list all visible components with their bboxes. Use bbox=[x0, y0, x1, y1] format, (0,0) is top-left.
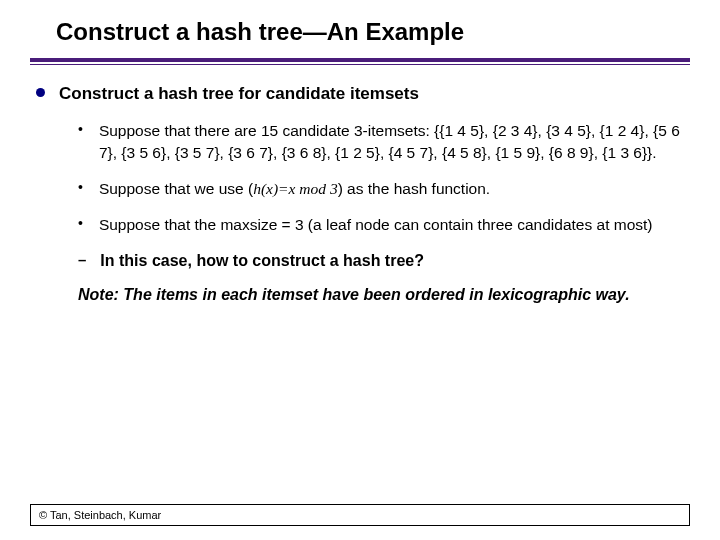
bullet-text-3: Suppose that the maxsize = 3 (a leaf nod… bbox=[99, 214, 653, 236]
bullet-dot-small-icon: • bbox=[78, 121, 83, 137]
heading-text: Construct a hash tree for candidate item… bbox=[59, 83, 419, 106]
bullet-text-1: Suppose that there are 15 candidate 3-it… bbox=[99, 120, 680, 164]
b2-post: ) as the hash function. bbox=[338, 180, 491, 197]
dash-icon: – bbox=[78, 251, 86, 268]
bullet-dot-small-icon: • bbox=[78, 215, 83, 231]
bullet-item-3: • Suppose that the maxsize = 3 (a leaf n… bbox=[78, 214, 680, 236]
question-text: In this case, how to construct a hash tr… bbox=[100, 250, 424, 272]
note-text: Note: The items in each itemset have bee… bbox=[78, 284, 680, 306]
bullet-item-1: • Suppose that there are 15 candidate 3-… bbox=[78, 120, 680, 164]
bullet-text-2: Suppose that we use (h(x)=x mod 3) as th… bbox=[99, 178, 490, 200]
hash-function-expr: h(x)=x mod 3 bbox=[253, 180, 338, 197]
rule-thin bbox=[30, 64, 690, 65]
slide-title: Construct a hash tree—An Example bbox=[30, 18, 690, 56]
heading-item: Construct a hash tree for candidate item… bbox=[36, 83, 680, 106]
bullet-dot-small-icon: • bbox=[78, 179, 83, 195]
bullet-dot-icon bbox=[36, 88, 45, 97]
rule-thick bbox=[30, 58, 690, 62]
footer-credit: © Tan, Steinbach, Kumar bbox=[30, 504, 690, 526]
title-rule bbox=[30, 58, 690, 65]
b2-pre: Suppose that we use ( bbox=[99, 180, 253, 197]
question-item: – In this case, how to construct a hash … bbox=[78, 250, 680, 272]
bullet-item-2: • Suppose that we use (h(x)=x mod 3) as … bbox=[78, 178, 680, 200]
slide: Construct a hash tree—An Example Constru… bbox=[0, 0, 720, 540]
content-area: Construct a hash tree for candidate item… bbox=[30, 83, 690, 307]
